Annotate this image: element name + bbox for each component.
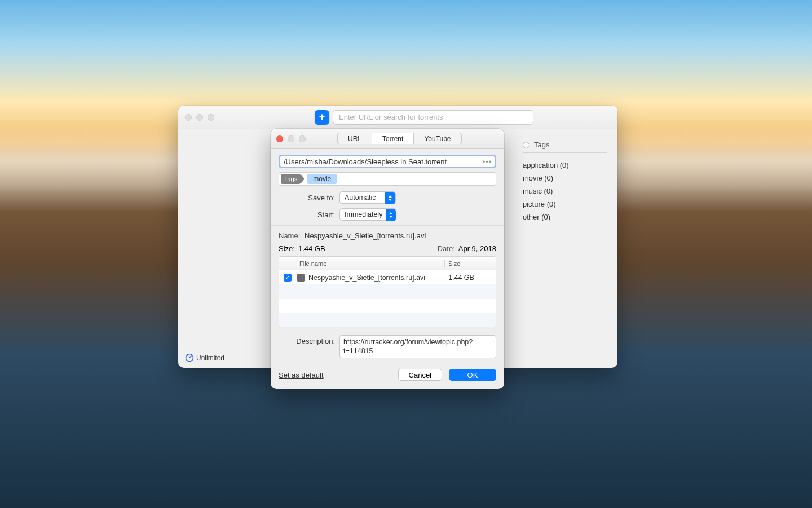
select-value: Immediately xyxy=(345,211,382,218)
file-table: File name Size ✓ Nespyashie_v_Sietle_[to… xyxy=(279,256,496,327)
tags-field[interactable]: Tags movie xyxy=(279,172,496,186)
cancel-button[interactable]: Cancel xyxy=(398,369,442,381)
tab-label: URL xyxy=(348,135,361,143)
tab-url[interactable]: URL xyxy=(338,133,372,144)
browse-button[interactable]: ••• xyxy=(482,156,493,167)
sidebar-title: Tags xyxy=(534,141,549,149)
row-checkbox[interactable]: ✓ xyxy=(284,274,292,282)
tab-torrent[interactable]: Torrent xyxy=(372,133,414,144)
tab-youtube[interactable]: YouTube xyxy=(414,133,461,144)
sidebar-tags: Tags application (0) movie (0) music (0)… xyxy=(523,141,607,224)
ok-button[interactable]: OK xyxy=(449,369,496,381)
status-bar: Unlimited xyxy=(185,353,224,362)
dialog-actions: Set as default Cancel OK xyxy=(271,358,504,389)
dialog-body: ••• Tags movie Save to: Automatic Start: xyxy=(271,149,504,221)
tag-chip-movie[interactable]: movie xyxy=(307,174,337,184)
main-toolbar: + xyxy=(178,106,617,129)
chevron-updown-icon xyxy=(386,209,396,221)
torrent-meta: Name: Nespyashie_v_Sietle_[torrents.ru].… xyxy=(271,225,504,253)
description-input[interactable]: https://rutracker.org/forum/viewtopic.ph… xyxy=(339,335,496,358)
window-close-button[interactable] xyxy=(185,114,192,121)
set-as-default-link[interactable]: Set as default xyxy=(279,371,324,379)
sidebar-item-music[interactable]: music (0) xyxy=(523,185,607,198)
description-row: Description: https://rutracker.org/forum… xyxy=(279,335,496,358)
tab-label: Torrent xyxy=(382,135,403,143)
chevron-updown-icon xyxy=(385,192,395,204)
description-label: Description: xyxy=(279,335,339,358)
torrent-path-input[interactable] xyxy=(279,155,496,168)
tags-prefix-label: Tags xyxy=(281,174,301,184)
dialog-titlebar: URL Torrent YouTube xyxy=(271,129,504,149)
table-row-empty xyxy=(279,284,496,299)
sidebar-item-label: movie (0) xyxy=(523,174,553,182)
name-label: Name: xyxy=(279,231,303,240)
sidebar-item-movie[interactable]: movie (0) xyxy=(523,172,607,185)
gauge-icon xyxy=(185,353,194,362)
save-to-select[interactable]: Automatic xyxy=(339,191,396,204)
ellipsis-icon: ••• xyxy=(483,157,492,166)
row-filename: Nespyashie_v_Sietle_[torrents.ru].avi xyxy=(308,274,425,282)
status-label: Unlimited xyxy=(196,354,224,362)
col-filename[interactable]: File name xyxy=(296,260,445,267)
dialog-close-button[interactable] xyxy=(276,135,283,142)
search-input[interactable] xyxy=(333,110,533,125)
dialog-minimize-button[interactable] xyxy=(288,135,294,142)
save-to-label: Save to: xyxy=(279,194,339,202)
file-path-row: ••• xyxy=(279,155,496,168)
size-value: 1.44 GB xyxy=(298,244,325,253)
source-segmented-control: URL Torrent YouTube xyxy=(337,133,462,144)
button-label: OK xyxy=(467,371,478,379)
sidebar-item-application[interactable]: application (0) xyxy=(523,159,607,172)
sidebar-title-row: Tags xyxy=(523,141,607,153)
table-row[interactable]: ✓ Nespyashie_v_Sietle_[torrents.ru].avi … xyxy=(279,270,496,284)
file-table-header: File name Size xyxy=(279,257,496,270)
window-minimize-button[interactable] xyxy=(196,114,203,121)
form-grid: Save to: Automatic Start: Immediately xyxy=(279,191,496,221)
add-torrent-dialog: URL Torrent YouTube ••• Tags movie Save … xyxy=(271,129,504,389)
radio-icon[interactable] xyxy=(523,142,529,148)
dialog-zoom-button[interactable] xyxy=(299,135,306,142)
size-label: Size: xyxy=(279,244,295,253)
button-label: Cancel xyxy=(409,371,431,379)
svg-point-2 xyxy=(189,357,191,359)
table-row-empty xyxy=(279,299,496,313)
date-label: Date: xyxy=(438,244,455,253)
table-row-empty xyxy=(279,313,496,327)
tab-label: YouTube xyxy=(424,135,451,143)
desktop-wallpaper: + Tags application (0) movie (0) music (… xyxy=(0,0,812,508)
search-group: + xyxy=(315,110,533,125)
video-file-icon xyxy=(297,274,305,282)
select-value: Automatic xyxy=(345,194,376,202)
row-size: 1.44 GB xyxy=(445,274,496,282)
name-value: Nespyashie_v_Sietle_[torrents.ru].avi xyxy=(304,231,426,240)
sidebar-item-picture[interactable]: picture (0) xyxy=(523,198,607,211)
sidebar-item-label: picture (0) xyxy=(523,200,556,208)
plus-icon: + xyxy=(319,111,325,123)
start-label: Start: xyxy=(279,211,339,219)
window-controls xyxy=(185,114,214,121)
tag-chip-label: movie xyxy=(313,175,331,183)
sidebar-item-label: application (0) xyxy=(523,161,569,169)
add-button[interactable]: + xyxy=(315,110,329,125)
sidebar-item-label: other (0) xyxy=(523,213,550,221)
col-size[interactable]: Size xyxy=(445,260,496,267)
date-value: Apr 9, 2018 xyxy=(458,244,496,253)
window-zoom-button[interactable] xyxy=(208,114,214,121)
dialog-window-controls xyxy=(276,135,306,142)
sidebar-item-other[interactable]: other (0) xyxy=(523,211,607,224)
sidebar-item-label: music (0) xyxy=(523,187,553,195)
start-select[interactable]: Immediately xyxy=(339,208,396,221)
